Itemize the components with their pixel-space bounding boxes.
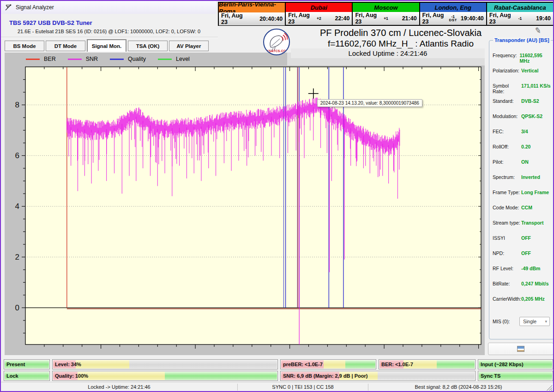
clock-city: Berlin-Paris-Vienna-Roma — [219, 3, 285, 12]
tp-row-polarization-: Polarization:Vertical — [493, 68, 552, 74]
legend-label: SNR — [86, 56, 98, 62]
tp-row-frame-type-: Frame Type:Long Frame — [493, 190, 552, 196]
tab-av-player[interactable]: AV Player — [169, 41, 209, 51]
legend-swatch — [110, 59, 124, 60]
transponder-panel-title: Transponder (AU) [BS] — [493, 37, 551, 43]
clock-5: Rabat-CasablancaFri, Aug 23-119:40 — [487, 3, 553, 25]
svg-text:0: 0 — [15, 303, 19, 312]
tp-row-carrierwidth-: CarrierWidth:0,205 MHz — [493, 296, 552, 303]
legend-label: BER — [44, 56, 56, 62]
tp-row-rf-level-: RF Level:-49 dBm — [493, 266, 552, 272]
statusbar-lock-uptime: Locked -> Uptime: 24:21:46 — [1, 382, 237, 392]
legend-swatch — [26, 59, 40, 60]
tab-bs-mode[interactable]: BS Mode — [5, 41, 44, 51]
signal-analyzer-window: Signal Analyzer Berlin-Paris-Vienna-Roma… — [0, 0, 554, 392]
clock-city: London, Eng — [420, 3, 486, 12]
tp-row-bitrate-: BitRate:0,247 Mbit/s — [493, 281, 552, 287]
svg-text:6: 6 — [15, 151, 19, 160]
clock-1: Berlin-Paris-Vienna-RomaFri, Aug 2320:40… — [219, 3, 286, 25]
bar-snr: SNR: 6,9 dB (Margin: 2,9 dB | Poor) — [280, 371, 476, 381]
tp-row-frequency-: Frequency:11602,595 MHz — [493, 53, 552, 59]
tp-row-spectrum-: Spectrum:Inverted — [493, 174, 552, 181]
app-antenna-icon — [5, 4, 12, 11]
mode-tabs: BS ModeDT ModeSignal Mon.TSA (OK)AV Play… — [5, 41, 209, 52]
legend-item-level: Level — [158, 56, 190, 62]
clock-2: DubaiFri, Aug 23+222:40 — [286, 3, 353, 25]
svg-text:8: 8 — [15, 101, 19, 109]
clock-3: MoscowFri, Aug 23+121:40 — [353, 3, 420, 25]
clock-time-row: Fri, Aug 2320:40:40 — [219, 12, 285, 25]
signal-chart[interactable]: 02468 — [10, 63, 482, 355]
tuner-name: TBS 5927 USB DVB-S2 Tuner — [9, 19, 92, 26]
legend-item-snr: SNR — [68, 56, 98, 62]
save-button[interactable] — [488, 343, 554, 355]
bar-lock: Lock — [4, 371, 50, 381]
bar-sync-ts: Sync TS — [478, 371, 553, 381]
edit-clocks-icon[interactable]: ✎ — [534, 25, 542, 36]
tuner-info: 21.6E - Eutelsat 21B SES 16 (ID: 0216) @… — [18, 29, 200, 34]
legend-swatch — [158, 59, 172, 60]
legend-item-quality: Quality — [110, 56, 146, 62]
svg-text:2: 2 — [15, 253, 19, 261]
chevron-down-icon: ▾ — [545, 319, 547, 324]
legend-label: Level — [176, 56, 190, 62]
legend-item-ber: BER — [26, 56, 56, 62]
tab-signal-mon-[interactable]: Signal Mon. — [87, 39, 126, 52]
clock-city: Rabat-Casablanca — [487, 3, 553, 12]
resize-grip[interactable] — [546, 385, 552, 391]
mis-label: MIS (0): — [493, 319, 519, 324]
signal-chart-widget: BERSNRQualityLevel 02468 — [5, 53, 485, 355]
clock-4: London, EngFri, Aug 23-1DST19:40:40 — [420, 3, 487, 25]
statusbar-sync: SYNC 0 | TEI 153 | CC 158 — [238, 382, 368, 392]
mis-select[interactable]: Single ▾ — [519, 317, 550, 326]
separator — [1, 37, 218, 38]
locked-uptime: Locked Uptime : 24:21:46 — [291, 48, 485, 58]
tp-row-fec-: FEC:3/4 — [493, 129, 552, 135]
statusbar-best-signal: Best signal: 8,2 dB (2024-08-23 15:26) — [368, 382, 548, 392]
tp-row-standard-: Standard:DVB-S2 — [493, 98, 552, 105]
statusbar: Locked -> Uptime: 24:21:46 SYNC 0 | TEI … — [1, 382, 553, 392]
titlebar: Signal Analyzer — [1, 1, 216, 14]
tp-row-rolloff-: RollOff:0.20 — [493, 144, 552, 150]
clock-city: Dubai — [286, 3, 352, 12]
site-title: PF Prodelin 370 cm / Lucenec-Slovakia — [296, 28, 505, 38]
tp-row-pilot-: Pilot:ON — [493, 159, 552, 166]
legend-swatch — [68, 59, 82, 60]
frequency-title: f=11602,760 MHz_H_ : Atlantis Radio — [296, 39, 505, 49]
tp-row-npd-: NPD:OFF — [493, 250, 552, 257]
tp-row-stream-type-: Stream type:Transport — [493, 220, 552, 226]
bar-level: Level: 34% — [52, 359, 278, 369]
world-clocks: Berlin-Paris-Vienna-RomaFri, Aug 2320:40… — [218, 2, 554, 26]
bar-present: Present — [4, 359, 50, 369]
mis-row: MIS (0): Single ▾ — [493, 317, 552, 326]
signal-status-bars: PresentLevel: 34%preBER: <1.0E-7BER: <1.… — [4, 359, 553, 381]
tab-tsa-ok-[interactable]: TSA (OK) — [128, 41, 168, 51]
svg-text:4: 4 — [15, 202, 19, 211]
dxsatcs-logo: DXSATCS.COM — [263, 29, 290, 55]
clock-city: Moscow — [353, 3, 419, 12]
clock-time-row: Fri, Aug 23+222:40 — [286, 12, 352, 25]
clock-time-row: Fri, Aug 23+121:40 — [353, 12, 419, 25]
tp-row-issyi: ISSYIOFF — [493, 235, 552, 242]
window-title: Signal Analyzer — [16, 4, 54, 11]
tp-row-modulation-: Modulation:QPSK-S2 — [493, 113, 552, 120]
tp-row-symbol-rate-: Symbol Rate:171,011 KS/s — [493, 83, 552, 89]
clock-time-row: Fri, Aug 23-1DST19:40:40 — [420, 12, 486, 25]
clock-time-row: Fri, Aug 23-119:40 — [487, 12, 553, 25]
legend-label: Quality — [128, 56, 146, 62]
bar-preber: preBER: <1.0E-7 — [280, 359, 376, 369]
transponder-panel: Transponder (AU) [BS] Frequency:11602,59… — [489, 40, 554, 339]
logo-text: DXSATCS.COM — [264, 49, 289, 53]
tp-row-code-mode-: Code Mode:CCM — [493, 205, 552, 211]
save-icon — [517, 346, 524, 352]
bar-quality: Quality: 100% — [52, 371, 278, 381]
bar-input-282-kbps-: Input (~282 Kbps) — [478, 359, 553, 369]
tab-dt-mode[interactable]: DT Mode — [46, 41, 85, 51]
bar-ber: BER: <1.0E-7 — [379, 359, 476, 369]
chart-tooltip: 2024-08-23 14.13.20, value: 8,3000001907… — [317, 99, 422, 107]
